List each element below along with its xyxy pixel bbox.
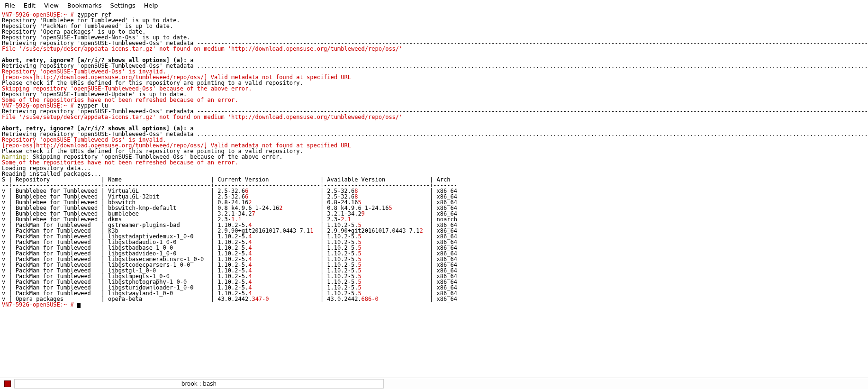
terminal-output[interactable]: VN7-592G-openSUSE:~ # zypper refReposito… bbox=[0, 11, 868, 378]
menu-file[interactable]: File bbox=[5, 2, 15, 9]
menu-help[interactable]: Help bbox=[144, 2, 158, 9]
taskbar-app-button[interactable] bbox=[2, 379, 13, 389]
konsole-icon bbox=[4, 380, 11, 387]
shell-prompt: VN7-592G-openSUSE:~ # bbox=[2, 301, 74, 308]
taskbar: brook : bash bbox=[0, 378, 868, 389]
menu-bookmarks[interactable]: Bookmarks bbox=[67, 2, 102, 9]
taskbar-active-label: brook : bash bbox=[181, 380, 217, 387]
menubar: File Edit View Bookmarks Settings Help bbox=[0, 0, 868, 11]
menu-view[interactable]: View bbox=[44, 2, 59, 9]
terminal-cursor bbox=[77, 303, 81, 308]
taskbar-active-window[interactable]: brook : bash bbox=[14, 379, 384, 389]
menu-settings[interactable]: Settings bbox=[110, 2, 135, 9]
menu-edit[interactable]: Edit bbox=[24, 2, 36, 9]
